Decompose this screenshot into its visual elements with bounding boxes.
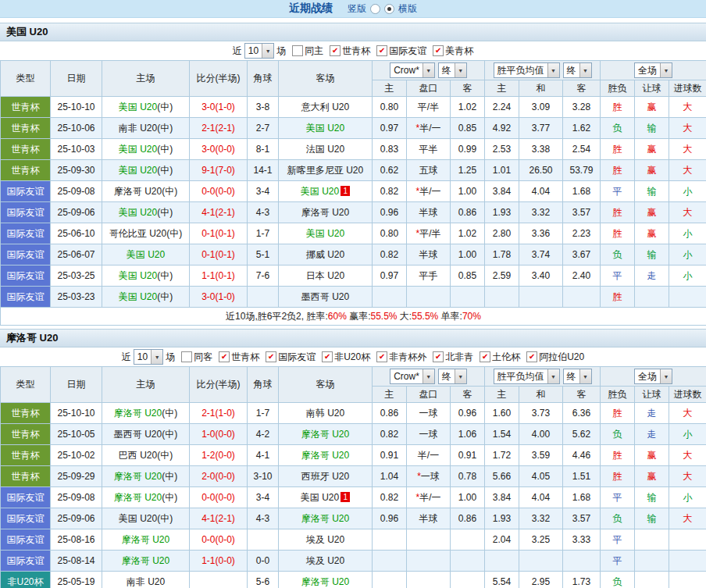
odds-company-select[interactable]: Crow*▼: [390, 62, 435, 78]
filter-checkbox[interactable]: ✔: [376, 351, 387, 362]
team-name: 南非 U20: [127, 576, 165, 587]
home-team-cell: 墨西哥 U20(中): [102, 424, 190, 445]
filter-option[interactable]: ✔国际友谊: [266, 351, 316, 364]
col-header-away: 客场: [279, 367, 373, 403]
odds-company-select[interactable]: Crow*▼: [390, 369, 435, 384]
filter-checkbox[interactable]: ✔: [330, 45, 341, 56]
filter-option[interactable]: ✔土伦杯: [480, 351, 520, 364]
type-cell: 国际友谊: [1, 181, 51, 202]
filter-checkbox[interactable]: ✔: [526, 351, 537, 362]
fullmatch-select[interactable]: 全场▼: [634, 62, 672, 78]
filter-checkbox[interactable]: ✔: [266, 351, 276, 362]
odds-final-select[interactable]: 终▼: [438, 369, 467, 384]
filter-checkbox[interactable]: ✔: [219, 351, 230, 362]
handicap-cell: *半/一: [407, 118, 451, 139]
chevron-down-icon: ▼: [423, 63, 434, 77]
horizontal-layout-radio[interactable]: [384, 4, 394, 14]
filter-checkbox[interactable]: ✔: [376, 45, 387, 56]
match-row: 世青杯25-10-10美国 U20(中)3-0(1-0)3-8意大利 U200.…: [1, 97, 706, 118]
avg-odds-select[interactable]: 胜平负均值▼: [494, 369, 560, 384]
filter-checkbox[interactable]: [292, 45, 303, 56]
filter-checkbox[interactable]: ✔: [480, 351, 490, 362]
filter-option[interactable]: ✔非U20杯: [322, 351, 370, 364]
handicap-cell: *半/一: [407, 181, 451, 202]
date-cell: 25-10-10: [51, 403, 102, 424]
handicap-result-cell: 输: [635, 244, 669, 265]
result-cell: 负: [601, 118, 635, 139]
filter-option[interactable]: ✔世青杯: [219, 351, 259, 364]
avg-home-cell: 3.84: [485, 181, 519, 202]
avg-draw-cell: 2.95: [519, 572, 563, 588]
summary-row: 近10场,胜6平2负2, 胜率:60% 赢率:55.5% 大:55.5% 单率:…: [1, 308, 706, 326]
neutral-venue-label: (中): [157, 450, 173, 461]
team-name: 墨西哥 U20: [301, 291, 349, 302]
chevron-down-icon: ▼: [262, 44, 273, 58]
handicap-text: 半/一: [419, 186, 440, 197]
odds-away-cell: [451, 287, 485, 308]
odds-away-cell: 0.86: [451, 202, 485, 223]
odds-away-cell: [451, 529, 485, 551]
filter-label: 阿拉伯U20: [539, 351, 584, 364]
matches-count-select[interactable]: 10▼: [134, 349, 163, 365]
fullmatch-select[interactable]: 全场▼: [634, 369, 672, 384]
team-name: 美国 U20: [119, 144, 157, 155]
filter-option[interactable]: ✔世青杯: [330, 45, 370, 58]
filter-option[interactable]: 同客: [181, 351, 212, 364]
team-name: 美国 U20: [119, 165, 157, 176]
away-team-cell: 墨西哥 U20: [279, 287, 373, 308]
results-table: 类型日期主场比分(半场)角球客场Crow*▼终▼胜平负均值▼终▼全场▼主盘口客主…: [0, 366, 706, 588]
sub-handicap-result: 让球: [635, 387, 669, 403]
avg-away-cell: 2.54: [563, 139, 601, 160]
filter-checkbox[interactable]: ✔: [322, 351, 333, 362]
sub-goals: 进球数: [669, 80, 706, 97]
team-name: 美国 U20: [119, 270, 157, 281]
avg-final-select[interactable]: 终▼: [563, 369, 592, 384]
sub-home: 主: [373, 387, 407, 403]
thead: 类型日期主场比分(半场)角球客场Crow*▼终▼胜平负均值▼终▼全场▼主盘口客主…: [1, 61, 706, 97]
team-name: 美国 U20: [119, 207, 157, 218]
handicap-text: 一球: [419, 408, 438, 419]
odds-group-header: Crow*▼终▼: [373, 367, 485, 387]
horizontal-layout-label[interactable]: 横版: [398, 2, 417, 16]
avg-final-select[interactable]: 终▼: [563, 62, 592, 78]
matches-count-select[interactable]: 10▼: [244, 43, 274, 59]
avg-home-cell: 2.59: [485, 265, 519, 287]
section-title: 美国 U20: [0, 23, 706, 41]
vertical-layout-radio[interactable]: [370, 4, 380, 14]
handicap-cell: 一球: [407, 403, 451, 424]
team-name: 埃及 U20: [306, 534, 344, 545]
team-name: 西班牙 U20: [301, 471, 349, 482]
team-name: 埃及 U20: [306, 555, 344, 566]
filter-option[interactable]: ✔非青杯外: [376, 351, 426, 364]
score-cell: 3-0(1-0): [190, 97, 248, 118]
avg-odds-select[interactable]: 胜平负均值▼: [494, 62, 560, 78]
handicap-cell: 半球: [407, 202, 451, 223]
corner-cell: 8-1: [248, 139, 279, 160]
score-cell: [190, 572, 248, 588]
matches-label: 场: [166, 351, 175, 364]
vertical-layout-label[interactable]: 竖版: [348, 2, 366, 16]
filter-option[interactable]: ✔北非青: [433, 351, 473, 364]
away-team-cell: 南韩 U20: [279, 403, 373, 424]
filter-option[interactable]: ✔国际友谊: [376, 45, 426, 58]
team-name: 美国 U20: [306, 228, 344, 239]
filter-checkbox[interactable]: ✔: [433, 45, 444, 56]
near-label: 近: [122, 351, 131, 364]
odds-final-select[interactable]: 终▼: [438, 62, 467, 78]
score-cell: 1-1(0-1): [190, 265, 248, 287]
filter-option[interactable]: 同主: [292, 45, 323, 58]
filter-option[interactable]: ✔阿拉伯U20: [526, 351, 584, 364]
date-cell: 25-10-10: [51, 97, 102, 118]
handicap-result-cell: 赢: [635, 202, 669, 223]
neutral-venue-label: (中): [162, 471, 177, 482]
filter-option[interactable]: ✔美青杯: [433, 45, 473, 58]
odds-group-controls: Crow*▼终▼: [373, 369, 483, 384]
home-team-cell: 美国 U20(中): [102, 287, 190, 308]
date-cell: 25-06-10: [51, 223, 102, 244]
away-team-cell: 美国 U201: [279, 487, 373, 508]
filter-checkbox[interactable]: ✔: [433, 351, 444, 362]
goals-result-cell: 小: [669, 265, 706, 287]
filter-checkbox[interactable]: [181, 351, 192, 362]
summary-segment: 70%: [462, 311, 481, 322]
date-cell: 25-03-25: [51, 265, 102, 287]
